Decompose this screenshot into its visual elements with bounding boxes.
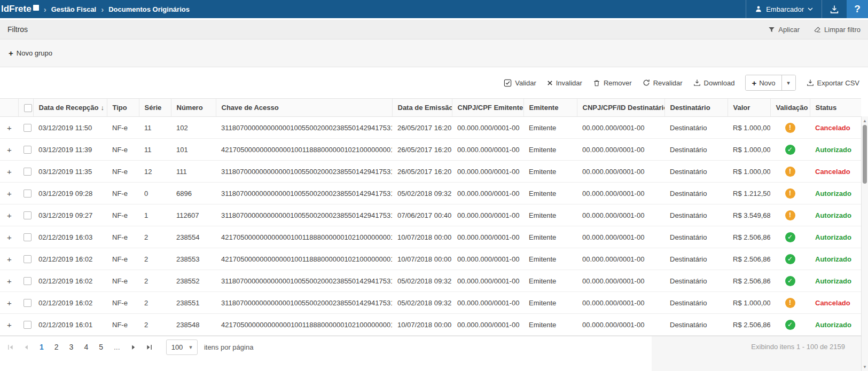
column-header-valor[interactable]: Valor <box>728 99 770 117</box>
pager-page-2[interactable]: 2 <box>49 343 64 351</box>
download-icon <box>830 5 839 14</box>
plus-icon: + <box>752 79 756 87</box>
validate-button[interactable]: Validar <box>504 79 536 87</box>
column-header-data-recepcao[interactable]: Data de Recepção↓ <box>33 99 107 117</box>
row-checkbox[interactable] <box>24 146 32 154</box>
cell-expand <box>0 117 18 139</box>
topbar-download-button[interactable] <box>822 0 847 18</box>
download-button[interactable]: Download <box>693 79 735 87</box>
cell-cnpj-destinatario: 00.000.000/0001-00 <box>577 183 664 204</box>
topbar: ldFrete › Gestão Fiscal › Documentos Ori… <box>0 0 868 18</box>
cell-validacao: ✓ <box>770 314 810 336</box>
vertical-scrollbar[interactable]: ▲ ▼ <box>861 116 868 371</box>
expand-row-icon[interactable] <box>7 278 12 286</box>
expand-row-icon[interactable] <box>7 321 12 329</box>
brand-logo[interactable]: ldFrete <box>0 4 39 14</box>
export-csv-button[interactable]: Exportar CSV <box>807 79 859 87</box>
cell-valor: R$ 1.000,00 <box>728 292 770 314</box>
cell-chave-acesso: 3118070000000000001005500200023855014294… <box>216 183 392 204</box>
cell-expand <box>0 139 18 161</box>
column-label: Valor <box>733 104 750 112</box>
column-header-data-emissao[interactable]: Data de Emissão <box>392 99 452 117</box>
row-checkbox[interactable] <box>24 211 32 219</box>
expand-row-icon[interactable] <box>7 124 12 132</box>
row-checkbox[interactable] <box>24 190 32 198</box>
column-header-chave-acesso[interactable]: Chave de Acesso <box>216 99 392 117</box>
new-filter-group-button[interactable]: + Novo grupo <box>9 49 52 57</box>
revalidate-label: Revalidar <box>653 79 683 87</box>
cell-chave-acesso: 3118070000000000001005500200023855014294… <box>216 292 392 314</box>
new-button[interactable]: + Novo <box>746 75 781 90</box>
column-header-validacao[interactable]: Validação <box>770 99 810 117</box>
scroll-up-icon[interactable]: ▲ <box>862 117 868 124</box>
column-header-destinatario[interactable]: Destinatário <box>664 99 728 117</box>
apply-filter-button[interactable]: Aplicar <box>768 26 800 34</box>
column-header-emitente[interactable]: Emitente <box>523 99 577 117</box>
cell-data-recepcao: 03/12/2019 11:35 <box>33 161 107 183</box>
table-body: 03/12/2019 11:50 NF-e 11 102 31180700000… <box>0 117 861 336</box>
scroll-down-icon[interactable]: ▼ <box>862 364 868 370</box>
cell-cnpj-emitente: 00.000.000/0001-00 <box>452 161 523 183</box>
pager-page-1[interactable]: 1 <box>34 343 49 351</box>
row-checkbox[interactable] <box>24 299 32 307</box>
new-dropdown-button[interactable]: ▾ <box>781 75 795 90</box>
cell-serie: 2 <box>139 248 171 270</box>
pager-first-button[interactable] <box>2 336 18 358</box>
expand-row-icon[interactable] <box>7 146 12 154</box>
select-all-checkbox[interactable] <box>24 104 32 112</box>
scrollbar-thumb[interactable] <box>863 125 867 184</box>
cell-numero: 238552 <box>171 270 216 292</box>
expand-row-icon[interactable] <box>7 234 12 242</box>
cell-cnpj-emitente: 00.000.000/0001-00 <box>452 270 523 292</box>
expand-row-icon[interactable] <box>7 299 12 307</box>
cell-expand <box>0 226 18 248</box>
column-label: Status <box>816 104 837 112</box>
expand-row-icon[interactable] <box>7 212 12 220</box>
cell-data-emissao: 26/05/2017 16:20 <box>392 139 452 161</box>
remove-button[interactable]: Remover <box>593 79 632 87</box>
row-checkbox[interactable] <box>24 255 32 263</box>
cell-data-emissao: 05/02/2018 09:32 <box>392 270 452 292</box>
row-checkbox[interactable] <box>24 233 32 241</box>
breadcrumb-separator-icon: › <box>44 5 46 14</box>
pager-page-3[interactable]: 3 <box>64 343 79 351</box>
column-header-cnpj-emitente[interactable]: CNPJ/CPF Emitente <box>452 99 523 117</box>
user-menu[interactable]: Embarcador <box>746 0 822 18</box>
column-header-status[interactable]: Status <box>810 99 861 117</box>
clear-filter-button[interactable]: Limpar filtro <box>814 26 861 34</box>
cell-cnpj-emitente: 00.000.000/0001-00 <box>452 226 523 248</box>
pager-next-button[interactable] <box>126 336 142 358</box>
pager-last-button[interactable] <box>142 336 158 358</box>
cell-select <box>18 226 33 248</box>
expand-row-icon[interactable] <box>7 190 12 198</box>
row-checkbox[interactable] <box>24 168 32 176</box>
row-checkbox[interactable] <box>24 124 32 132</box>
column-header-tipo[interactable]: Tipo <box>107 99 139 117</box>
validation-icon: ! <box>785 167 795 177</box>
invalidate-button[interactable]: Invalidar <box>547 79 582 87</box>
revalidate-button[interactable]: Revalidar <box>643 79 683 87</box>
column-header-serie[interactable]: Série <box>139 99 171 117</box>
help-button[interactable]: ? <box>847 0 868 18</box>
page-size-select[interactable]: 100 ▾ <box>166 340 198 355</box>
cell-valor: R$ 1.212,50 <box>728 183 770 204</box>
expand-row-icon[interactable] <box>7 256 12 264</box>
apply-filter-label: Aplicar <box>778 26 800 34</box>
expand-row-icon[interactable] <box>7 168 12 176</box>
per-page-label: itens por página <box>204 343 254 351</box>
cell-destinatario: Destinatário <box>664 314 728 336</box>
breadcrumb-gestao-fiscal[interactable]: Gestão Fiscal <box>51 5 97 13</box>
table-row: 02/12/2019 16:03 NF-e 2 238554 421705000… <box>0 226 861 248</box>
row-checkbox[interactable] <box>24 321 32 329</box>
cell-emitente: Emitente <box>523 314 577 336</box>
pager-prev-button[interactable] <box>18 336 34 358</box>
chevron-down-icon <box>808 7 813 11</box>
column-header-cnpj-destinatario[interactable]: CNPJ/CPF/ID Destinatário <box>577 99 664 117</box>
table-row: 03/12/2019 11:50 NF-e 11 102 31180700000… <box>0 117 861 139</box>
table-header-row: Data de Recepção↓ Tipo Série Número Chav… <box>0 99 861 117</box>
pager-page-4[interactable]: 4 <box>79 343 93 351</box>
row-checkbox[interactable] <box>24 277 32 285</box>
cell-serie: 12 <box>139 161 171 183</box>
pager-page-5[interactable]: 5 <box>93 343 108 351</box>
column-header-numero[interactable]: Número <box>171 99 216 117</box>
